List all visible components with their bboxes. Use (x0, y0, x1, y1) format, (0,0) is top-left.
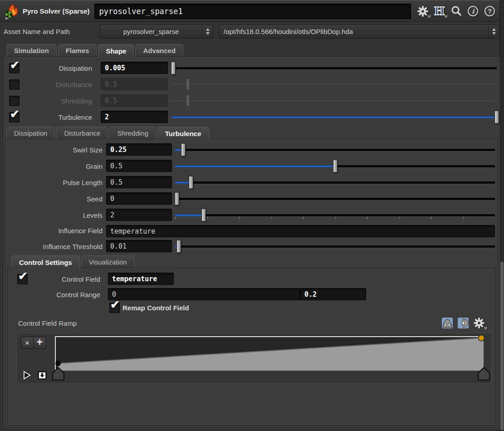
influence-threshold-label: Influence Threshold (5, 238, 103, 255)
node-header: Pyro Solver (Sparse) pyrosolver_sparse1 … (0, 0, 499, 22)
tab-control-settings[interactable]: Control Settings (11, 255, 80, 269)
tab-shape[interactable]: Shape (98, 44, 134, 57)
pulse-length-label: Pulse Length (5, 174, 103, 191)
tab-visualization[interactable]: Visualization (81, 255, 135, 268)
seed-value-field[interactable]: 0 (106, 192, 172, 205)
param-row-shredding: Shredding 0.5 (3, 93, 500, 109)
control-field-ramp-label: Control Field Ramp (18, 316, 77, 330)
ramp-add-key-button[interactable]: + (34, 337, 46, 349)
remap-control-field-checkbox[interactable]: ✔ (109, 303, 120, 313)
shape-tab-page: ✔ Dissipation 0.005 Disturbance 0.5 Shre… (3, 56, 500, 430)
tab-advanced[interactable]: Advanced (135, 44, 183, 57)
tab-flames[interactable]: Flames (58, 44, 97, 57)
control-field-label: Control Field (8, 271, 100, 287)
ramp-area (58, 338, 484, 371)
grain-slider[interactable] (175, 158, 495, 174)
param-row-swirl-size: Swirl Size 0.25 (5, 142, 498, 158)
node-name-input[interactable]: pyrosolver_sparse1 (94, 4, 411, 19)
pulse-length-slider[interactable] (175, 174, 495, 191)
subtab-dissipation[interactable]: Dissipation (6, 127, 55, 139)
ramp-key-point[interactable] (55, 361, 61, 366)
dissipation-slider-handle[interactable] (171, 62, 176, 75)
disturbance-slider (171, 76, 497, 93)
scrollbar-thumb[interactable] (500, 262, 504, 430)
tab-simulation[interactable]: Simulation (6, 44, 57, 57)
seed-slider-handle[interactable] (175, 192, 179, 206)
shredding-slider-handle (186, 95, 190, 107)
influence-threshold-slider-handle[interactable] (176, 240, 181, 253)
disturbance-value-field: 0.5 (101, 78, 168, 90)
gear-dropdown-arrow (427, 15, 431, 18)
asset-name-select[interactable]: pyrosolver_sparse (100, 24, 213, 39)
ramp-gear-menu-icon[interactable] (473, 317, 485, 329)
ramp-key-handle-end[interactable] (478, 367, 490, 381)
pulse-length-slider-handle[interactable] (189, 176, 193, 189)
levels-label: Levels (5, 207, 103, 223)
control-range-label: Control Range (8, 286, 100, 303)
param-row-levels: Levels 2 (5, 207, 498, 223)
grain-value-field[interactable]: 0.5 (106, 160, 172, 172)
disturbance-slider-handle (186, 78, 190, 90)
control-field-value-field[interactable]: temperature (108, 273, 174, 285)
ramp-key-point[interactable] (479, 335, 484, 341)
info-icon[interactable]: i (467, 5, 479, 17)
shredding-label: Shredding (3, 93, 92, 109)
remap-control-field-label: Remap Control Field (122, 301, 189, 314)
turbulence-slider-handle[interactable] (494, 111, 499, 124)
ramp-flip-icon[interactable] (23, 371, 31, 380)
seed-slider[interactable] (175, 191, 495, 207)
param-row-turbulence: ✔ Turbulence 2 (3, 109, 500, 125)
subtab-disturbance[interactable]: Disturbance (56, 127, 108, 139)
param-row-control-field: ✔ Control Field temperature (8, 271, 495, 287)
turbulence-slider[interactable] (171, 109, 497, 125)
disturbance-label: Disturbance (3, 76, 92, 93)
swirl-size-value-field[interactable]: 0.25 (106, 143, 172, 156)
dissipation-slider[interactable] (171, 60, 497, 76)
pulse-length-value-field[interactable]: 0.5 (106, 176, 172, 188)
search-icon[interactable] (450, 5, 462, 17)
ramp-spread-keys-icon[interactable] (441, 317, 453, 329)
ramp-editor: × + (16, 333, 492, 384)
ramp-delete-key-button[interactable]: × (21, 337, 34, 349)
asset-name-path-label: Asset Name and Path (4, 22, 70, 41)
param-row-remap: ✔ Remap Control Field (8, 301, 495, 314)
dissipation-label: Dissipation (3, 60, 92, 76)
turbulence-value-field[interactable]: 2 (101, 111, 168, 123)
param-row-control-range: Control Range 0 0.2 (8, 286, 495, 303)
ramp-gear-dropdown-arrow (484, 327, 487, 330)
levels-slider[interactable] (175, 207, 495, 223)
swirl-size-slider[interactable] (175, 142, 495, 158)
influence-threshold-value-field[interactable]: 0.01 (106, 240, 172, 252)
ramp-revert-icon[interactable] (38, 371, 47, 380)
influence-field-value-field[interactable]: temperature (106, 225, 495, 237)
asset-path-select[interactable]: /opt/hfs18.0.566/houdini/otls/OPlibDop.h… (219, 24, 499, 39)
grain-slider-handle[interactable] (333, 160, 338, 173)
subtab-turbulence[interactable]: Turbulence (157, 127, 209, 140)
ramp-header-row: Control Field Ramp (8, 316, 495, 330)
subtab-shredding[interactable]: Shredding (109, 127, 156, 139)
swirl-size-slider-handle[interactable] (181, 143, 186, 157)
dissipation-value-field[interactable]: 0.005 (101, 62, 168, 74)
grain-label: Grain (5, 158, 103, 174)
influence-field-label: Influence Field (5, 223, 103, 238)
asset-name-spinner[interactable] (202, 25, 213, 38)
control-range-max-field[interactable]: 0.2 (300, 288, 366, 300)
param-row-grain: Grain 0.5 (5, 158, 498, 174)
control-range-min-field[interactable]: 0 (108, 288, 300, 300)
node-title: Pyro Solver (Sparse) (23, 7, 90, 15)
control-tab-bar: Control Settings Visualization (11, 255, 135, 269)
levels-slider-handle[interactable] (201, 209, 206, 222)
asset-path-spinner[interactable] (488, 25, 499, 38)
levels-value-field[interactable]: 2 (106, 209, 172, 221)
ramp-shrink-keys-icon[interactable] (457, 317, 469, 329)
ramp-curve (56, 337, 484, 371)
gear-menu-icon[interactable] (417, 5, 429, 17)
ramp-graph[interactable] (55, 336, 484, 371)
shredding-value-field: 0.5 (101, 94, 168, 107)
shredding-slider (171, 93, 497, 109)
ramp-key-handle-start[interactable] (52, 367, 64, 381)
influence-threshold-slider[interactable] (175, 238, 495, 255)
pyro-solver-icon (4, 3, 20, 20)
help-icon[interactable]: ? (484, 5, 496, 17)
houdini-logo-icon[interactable]: H (434, 5, 445, 17)
